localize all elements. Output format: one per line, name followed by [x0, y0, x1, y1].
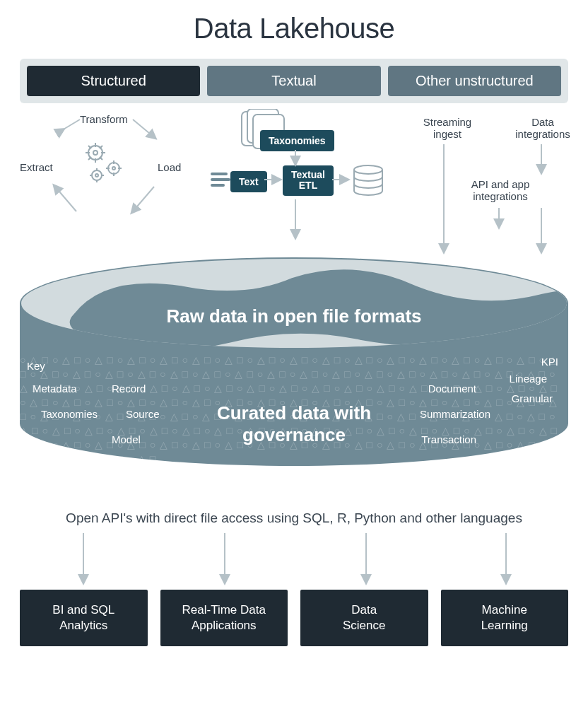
tag-record: Record: [112, 383, 146, 395]
etl-cycle: Transform Extract Load: [20, 109, 189, 236]
tab-structured: Structured: [27, 66, 200, 96]
ingest-row: Transform Extract Load: [20, 109, 568, 257]
tag-key: Key: [27, 360, 45, 372]
outputs-row: BI and SQL Analytics Real-Time Data Appl…: [20, 590, 568, 646]
textual-arrows: [218, 109, 394, 250]
tag-kpi: KPI: [541, 356, 558, 368]
output-bi: BI and SQL Analytics: [20, 590, 148, 646]
main-title: Data Lakehouse: [0, 0, 588, 45]
curated-label: Curated data with governance: [20, 402, 568, 446]
lake-diagram: ○△□○△□○△□○△□○△□○△□○△□○△□○△□○△□○△□○△□○△□○…: [20, 257, 568, 498]
tabs-container: Structured Textual Other unstructured: [20, 59, 568, 103]
tag-lineage: Lineage: [510, 373, 547, 385]
tag-document: Document: [428, 383, 476, 395]
right-arrows: [401, 109, 585, 257]
output-datascience: Data Science: [300, 590, 428, 646]
raw-data-label: Raw data in open file formats: [20, 305, 568, 327]
output-ml: Machine Learning: [441, 590, 569, 646]
tag-metadata: Metadata: [33, 383, 77, 395]
bottom-arrows: [20, 526, 568, 590]
tab-textual: Textual: [207, 66, 380, 96]
api-text: Open API's with direct file access using…: [20, 510, 568, 526]
output-realtime: Real-Time Data Applications: [160, 590, 288, 646]
etl-arrows: [20, 109, 189, 236]
tab-other: Other unstructured: [388, 66, 561, 96]
lake-top: [20, 257, 568, 349]
textual-block: Taxonomies Text Textual ETL: [218, 109, 394, 250]
